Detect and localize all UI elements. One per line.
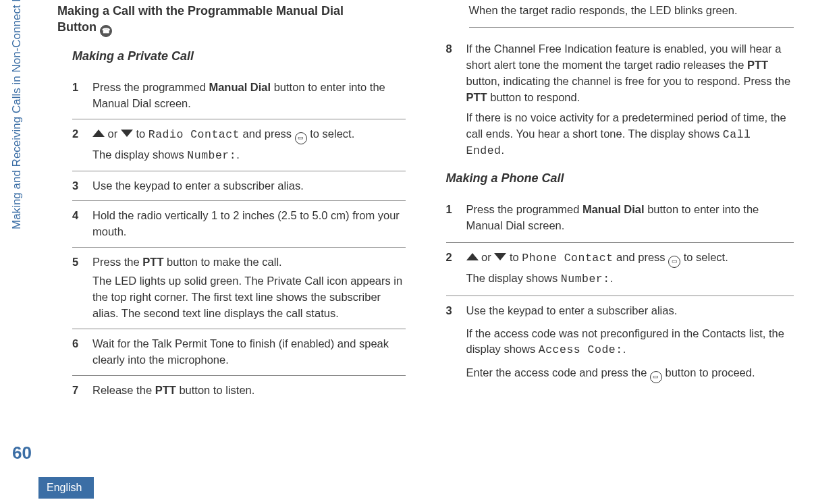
private-call-subtitle: Making a Private Call xyxy=(72,49,406,63)
text: button to proceed. xyxy=(662,366,755,379)
title-line-1: Making a Call with the Programmable Manu… xyxy=(57,4,344,18)
text: Press the programmed xyxy=(92,81,209,93)
step-number: 8 xyxy=(446,41,457,159)
private-call-steps: 1 Press the programmed Manual Dial butto… xyxy=(72,73,406,405)
language-badge: English xyxy=(38,477,94,499)
text: to select. xyxy=(680,251,728,263)
down-arrow-icon xyxy=(494,253,506,260)
step-1: 1 Press the programmed Manual Dial butto… xyxy=(72,73,406,119)
text: Press the xyxy=(92,256,142,268)
text: button to respond. xyxy=(487,91,580,103)
step-body: Press the programmed Manual Dial button … xyxy=(466,202,794,234)
sidebar: Making and Receiving Calls in Non-Connec… xyxy=(0,0,40,504)
text: Enter the access code and press the xyxy=(466,366,650,379)
phone-call-steps: 1 Press the programmed Manual Dial butto… xyxy=(446,195,794,390)
step-4: 4 Hold the radio vertically 1 to 2 inche… xyxy=(72,201,406,248)
text: and press xyxy=(614,251,669,263)
section-label: Making and Receiving Calls in Non-Connec… xyxy=(10,0,24,229)
text: and press xyxy=(240,128,295,140)
step-6: 6 Wait for the Talk Permit Tone to finis… xyxy=(72,329,406,376)
step-number: 2 xyxy=(72,126,83,163)
text: Hold the radio vertically 1 to 2 inches … xyxy=(92,208,406,240)
step-number: 1 xyxy=(72,80,83,112)
step-5: 5 Press the PTT button to make the call.… xyxy=(72,248,406,329)
text: Wait for the Talk Permit Tone to finish … xyxy=(92,336,406,368)
ptt-label: PTT xyxy=(466,91,487,103)
step-body: If the Channel Free Indication feature i… xyxy=(466,41,794,159)
step-number: 5 xyxy=(72,254,83,322)
step-body: Press the PTT button to make the call. T… xyxy=(92,254,406,322)
page-content: Making a Call with the Programmable Manu… xyxy=(57,3,794,405)
step-body: Release the PTT button to listen. xyxy=(92,383,254,399)
text: Press the programmed xyxy=(466,203,582,215)
up-arrow-icon xyxy=(92,130,105,137)
step-body: or to Phone Contact and press ▭ to selec… xyxy=(466,250,728,287)
text: button to listen. xyxy=(176,384,255,396)
ok-button-icon: ▭ xyxy=(668,256,680,268)
step-number: 4 xyxy=(72,208,83,240)
phone-contact-label: Phone Contact xyxy=(522,252,613,264)
manual-dial-label: Manual Dial xyxy=(582,203,645,215)
phone-call-subtitle: Making a Phone Call xyxy=(446,171,794,186)
step-number: 3 xyxy=(72,178,83,194)
up-arrow-icon xyxy=(466,253,479,260)
ptt-label: PTT xyxy=(155,384,176,396)
right-column: When the target radio responds, the LED … xyxy=(446,3,794,405)
text: button to make the call. xyxy=(163,256,281,268)
step-body: Press the programmed Manual Dial button … xyxy=(92,80,406,112)
step-number: 2 xyxy=(446,250,457,287)
step-7: 7 Release the PTT button to listen. xyxy=(72,376,406,405)
step-number: 1 xyxy=(446,202,457,234)
text: If the access code was not preconfigured… xyxy=(466,327,784,356)
phone-step-2: 2 or to Phone Contact and press ▭ to sel… xyxy=(446,243,794,296)
step-8: 8 If the Channel Free Indication feature… xyxy=(446,34,794,166)
text: Use the keypad to enter a subscriber ali… xyxy=(92,178,304,194)
down-arrow-icon xyxy=(121,130,133,137)
phone-icon: ☎ xyxy=(100,25,112,37)
title-line-2: Button xyxy=(57,20,100,34)
ptt-label: PTT xyxy=(142,256,163,268)
step-body: or to Radio Contact and press ▭ to selec… xyxy=(92,126,354,163)
step-body: Use the keypad to enter a subscriber ali… xyxy=(466,303,794,383)
text: Release the xyxy=(92,384,155,396)
text: or xyxy=(105,128,121,140)
step-number: 6 xyxy=(72,336,83,368)
text: to select. xyxy=(307,128,355,140)
ok-button-icon: ▭ xyxy=(650,371,662,383)
text: The display shows xyxy=(92,148,187,161)
step-body: Use the keypad to enter a subscriber ali… xyxy=(92,178,304,194)
text: to xyxy=(506,251,522,263)
text: If the Channel Free Indication feature i… xyxy=(466,43,782,71)
phone-step-3: 3 Use the keypad to enter a subscriber a… xyxy=(446,296,794,390)
main-title: Making a Call with the Programmable Manu… xyxy=(57,3,406,37)
phone-step-1: 1 Press the programmed Manual Dial butto… xyxy=(446,195,794,243)
text: The LED lights up solid green. The Priva… xyxy=(92,273,406,322)
step-number: 3 xyxy=(446,303,457,383)
step-3: 3 Use the keypad to enter a subscriber a… xyxy=(72,171,406,202)
text: or xyxy=(479,251,495,263)
ptt-label: PTT xyxy=(747,59,768,71)
page-number: 60 xyxy=(12,443,32,464)
step-2: 2 or to Radio Contact and press ▭ to sel… xyxy=(72,119,406,171)
manual-dial-label: Manual Dial xyxy=(209,81,271,93)
access-code-label: Access Code: xyxy=(539,343,623,356)
text: to xyxy=(133,128,148,140)
left-column: Making a Call with the Programmable Manu… xyxy=(57,3,406,405)
step-body: Wait for the Talk Permit Tone to finish … xyxy=(92,336,406,368)
text: button, indicating the channel is free f… xyxy=(466,75,791,87)
number-label: Number: xyxy=(187,149,236,162)
step-body: Hold the radio vertically 1 to 2 inches … xyxy=(92,208,406,240)
text: Use the keypad to enter a subscriber ali… xyxy=(466,303,794,319)
text: The display shows xyxy=(466,272,561,284)
step-number: 7 xyxy=(72,383,83,399)
ok-button-icon: ▭ xyxy=(295,132,307,144)
radio-contact-label: Radio Contact xyxy=(148,128,240,141)
continuation-text: When the target radio responds, the LED … xyxy=(469,3,794,28)
number-label: Number: xyxy=(561,273,610,285)
